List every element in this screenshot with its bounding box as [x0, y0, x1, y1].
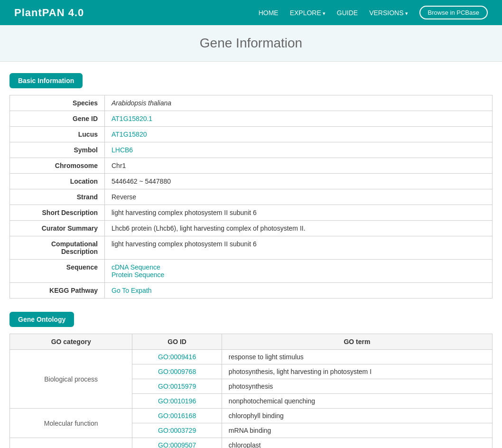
kegg-pathway-link[interactable]: Go To Expath [112, 287, 152, 294]
row-label: Symbol [10, 142, 105, 158]
table-row: KEGG Pathway Go To Expath [10, 283, 493, 299]
table-row: Symbol LHCB6 [10, 142, 493, 158]
table-row: Chromosome Chr1 [10, 158, 493, 174]
row-label: Strand [10, 189, 105, 205]
go-term-cell: chlorophyll binding [222, 409, 492, 423]
row-label: Short Description [10, 205, 105, 221]
table-row: Curator Summary Lhcb6 protein (Lhcb6), l… [10, 221, 493, 236]
go-id-link[interactable]: GO:0009507 [158, 441, 196, 448]
row-value: 5446462 ~ 5447880 [105, 174, 493, 189]
table-header-row: GO category GO ID GO term [10, 334, 493, 350]
row-value: light harvesting complex photosystem II … [105, 236, 493, 260]
go-id-link[interactable]: GO:0003729 [158, 427, 196, 434]
main-content: Basic Information Species Arabidopsis th… [0, 62, 502, 448]
table-row: Strand Reverse [10, 189, 493, 205]
header: PlantPAN 4.0 HOME EXPLORE GUIDE VERSIONS… [0, 0, 502, 25]
table-row: Computational Description light harvesti… [10, 236, 493, 260]
row-value: Reverse [105, 189, 493, 205]
row-value: LHCB6 [105, 142, 493, 158]
go-category-cell: Cellular component [10, 438, 132, 448]
nav-home[interactable]: HOME [259, 9, 279, 17]
col-header-go-category: GO category [10, 334, 132, 350]
main-nav: HOME EXPLORE GUIDE VERSIONS Browse in PC… [259, 6, 488, 19]
col-header-go-term: GO term [222, 334, 492, 350]
nav-versions[interactable]: VERSIONS [369, 9, 408, 17]
go-term-cell: response to light stimulus [222, 350, 492, 364]
row-value: Lhcb6 protein (Lhcb6), light harvesting … [105, 221, 493, 236]
go-id-cell: GO:0009768 [132, 364, 222, 379]
row-value: light harvesting complex photosystem II … [105, 205, 493, 221]
row-label: Location [10, 174, 105, 189]
table-row: Gene ID AT1G15820.1 [10, 111, 493, 127]
go-term-cell: chloroplast [222, 438, 492, 448]
table-row: Cellular componentGO:0009507chloroplast [10, 438, 493, 448]
go-id-cell: GO:0003729 [132, 423, 222, 438]
go-category-cell: Biological process [10, 350, 132, 409]
table-row: Lucus AT1G15820 [10, 127, 493, 142]
row-value: AT1G15820.1 [105, 111, 493, 127]
row-label: KEGG Pathway [10, 283, 105, 299]
cdna-sequence-link[interactable]: cDNA Sequence [112, 263, 160, 271]
go-id-link[interactable]: GO:0009416 [158, 353, 196, 361]
basic-info-badge: Basic Information [9, 73, 83, 88]
table-row: Sequence cDNA Sequence Protein Sequence [10, 260, 493, 283]
row-value: Chr1 [105, 158, 493, 174]
gene-ontology-badge: Gene Ontology [9, 312, 74, 327]
go-id-cell: GO:0010196 [132, 394, 222, 409]
go-term-cell: photosynthesis [222, 379, 492, 394]
go-id-link[interactable]: GO:0015979 [158, 383, 196, 390]
row-label: Species [10, 95, 105, 111]
go-term-cell: photosynthesis, light harvesting in phot… [222, 364, 492, 379]
row-value: AT1G15820 [105, 127, 493, 142]
row-label: Sequence [10, 260, 105, 283]
go-id-link[interactable]: GO:0010196 [158, 397, 196, 405]
basic-info-section: Basic Information Species Arabidopsis th… [9, 73, 493, 299]
row-label: Lucus [10, 127, 105, 142]
go-id-link[interactable]: GO:0016168 [158, 412, 196, 420]
table-row: Location 5446462 ~ 5447880 [10, 174, 493, 189]
go-id-cell: GO:0009416 [132, 350, 222, 364]
protein-sequence-link[interactable]: Protein Sequence [112, 271, 164, 279]
row-label: Gene ID [10, 111, 105, 127]
logo: PlantPAN 4.0 [14, 7, 84, 19]
basic-info-table: Species Arabidopsis thaliana Gene ID AT1… [9, 95, 493, 299]
go-term-cell: nonphotochemical quenching [222, 394, 492, 409]
lucus-link[interactable]: AT1G15820 [112, 131, 147, 138]
go-category-cell: Molecular function [10, 409, 132, 438]
table-row: Molecular functionGO:0016168chlorophyll … [10, 409, 493, 423]
table-row: Species Arabidopsis thaliana [10, 95, 493, 111]
page-title-banner: Gene Information [0, 25, 502, 62]
gene-ontology-table: GO category GO ID GO term Biological pro… [9, 334, 493, 448]
go-id-cell: GO:0015979 [132, 379, 222, 394]
row-value: cDNA Sequence Protein Sequence [105, 260, 493, 283]
browse-pcbase-button[interactable]: Browse in PCBase [419, 6, 488, 19]
row-label: Chromosome [10, 158, 105, 174]
row-label: Computational Description [10, 236, 105, 260]
row-label: Curator Summary [10, 221, 105, 236]
species-value: Arabidopsis thaliana [112, 99, 171, 107]
gene-id-link[interactable]: AT1G15820.1 [112, 115, 152, 122]
table-row: Short Description light harvesting compl… [10, 205, 493, 221]
go-id-cell: GO:0009507 [132, 438, 222, 448]
symbol-link[interactable]: LHCB6 [112, 146, 133, 154]
col-header-go-id: GO ID [132, 334, 222, 350]
go-term-cell: mRNA binding [222, 423, 492, 438]
go-id-link[interactable]: GO:0009768 [158, 368, 196, 375]
table-row: Biological processGO:0009416response to … [10, 350, 493, 364]
go-id-cell: GO:0016168 [132, 409, 222, 423]
page-title: Gene Information [0, 36, 502, 51]
gene-ontology-section: Gene Ontology GO category GO ID GO term … [9, 312, 493, 448]
nav-guide[interactable]: GUIDE [337, 9, 358, 17]
row-value: Go To Expath [105, 283, 493, 299]
row-value: Arabidopsis thaliana [105, 95, 493, 111]
nav-explore[interactable]: EXPLORE [290, 9, 325, 17]
